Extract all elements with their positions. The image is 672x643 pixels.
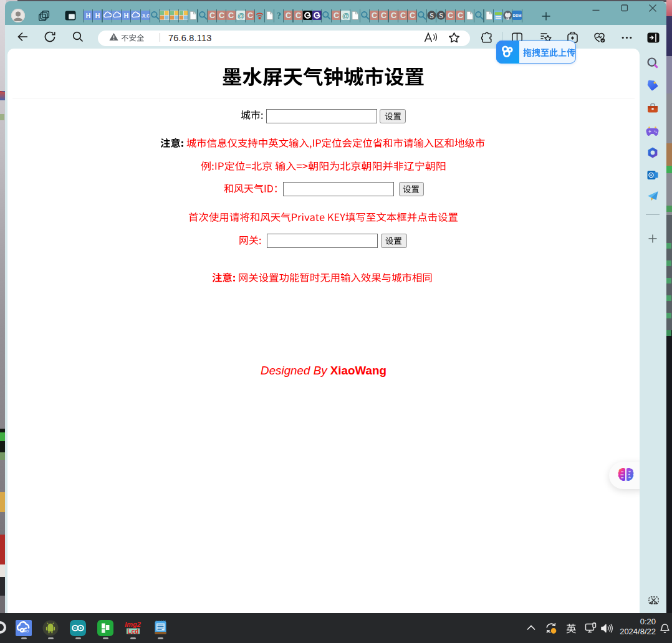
svg-text:C: C (390, 11, 396, 20)
svg-text:C: C (209, 11, 215, 20)
svg-text:C: C (400, 11, 406, 20)
svg-text:C: C (247, 11, 253, 20)
svg-text:PRO: PRO (22, 629, 29, 633)
svg-text:JLC: JLC (142, 14, 150, 18)
svg-text:C: C (458, 11, 463, 20)
svg-text:C: C (219, 11, 224, 20)
svg-text:@: @ (237, 11, 244, 19)
svg-text:?: ? (277, 11, 281, 19)
svg-text:C: C (286, 11, 291, 20)
svg-text:H: H (124, 12, 129, 19)
svg-text:C: C (334, 11, 339, 20)
svg-text:S: S (430, 11, 434, 20)
svg-text:C: C (410, 11, 415, 20)
svg-text:C: C (295, 11, 300, 20)
svg-text:Lcd: Lcd (128, 628, 139, 635)
svg-text:H: H (95, 12, 100, 19)
svg-text:C: C (448, 11, 453, 20)
svg-text:H: H (86, 12, 91, 19)
svg-text:S: S (439, 11, 443, 20)
svg-text:C: C (228, 11, 234, 20)
svg-text:Img2: Img2 (125, 621, 141, 628)
svg-text:@: @ (342, 11, 350, 19)
svg-text:C: C (372, 11, 377, 20)
svg-text:C: C (381, 11, 386, 20)
svg-text:DSM: DSM (513, 13, 522, 17)
